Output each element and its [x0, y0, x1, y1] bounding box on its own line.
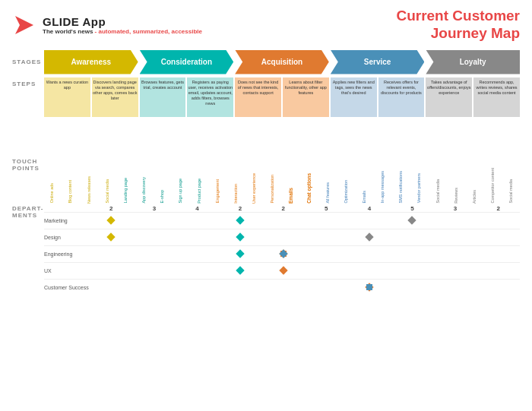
- stages-arrows: Awareness Consideration Acquisition Serv…: [44, 50, 520, 74]
- counts-area: 2342254532: [90, 205, 520, 212]
- dept-row-label-3: UX: [44, 268, 90, 273]
- tp-inapp: In-app messages: [375, 171, 391, 203]
- diamond-marker: [279, 249, 287, 258]
- tp-emails-2: Emails: [356, 191, 373, 204]
- tp-social-media-2: Social media: [429, 179, 446, 204]
- step-6: Learns about filter functionality, other…: [283, 77, 329, 117]
- step-9: Takes advantage of offers/discounts, enj…: [426, 77, 472, 117]
- count-col-4: 2: [261, 205, 305, 212]
- dept-diamonds-2: [90, 245, 520, 262]
- touch-label: TOUCH POINTS: [12, 120, 44, 172]
- dept-row-label-2: Engineering: [44, 251, 90, 257]
- dept-row-3: UX: [44, 262, 520, 279]
- step-4: Registers as paying user, receives activ…: [187, 77, 233, 117]
- touch-points-row: Online ads Blog content News releases So…: [44, 120, 520, 204]
- dept-rows-area: 2342254532 MarketingDesignEngineeringUXC…: [44, 205, 520, 296]
- stage-service: Service: [331, 50, 425, 74]
- tp-interaction: Interaction: [228, 184, 245, 204]
- tp-eshop: E-shop: [154, 190, 171, 203]
- tp-product: Product page: [191, 179, 207, 204]
- step-10: Recommends app, writes reviews, shares s…: [473, 77, 520, 117]
- diamond-marker: [236, 266, 244, 274]
- step-3: Browses features, gets trial, creates ac…: [140, 77, 186, 117]
- stages-label: STAGES: [12, 58, 44, 65]
- logo-text: GLIDE App The world's news - automated, …: [43, 15, 202, 35]
- stage-loyalty: Loyalty: [426, 50, 520, 74]
- count-col-5: 5: [305, 205, 348, 212]
- logo-area: GLIDE App The world's news - automated, …: [12, 13, 202, 37]
- dept-row-label-4: Customer Success: [44, 285, 90, 290]
- dept-row-0: Marketing: [44, 212, 520, 229]
- tp-competitor: Competitor content: [485, 168, 502, 203]
- count-col-0: 2: [90, 205, 133, 212]
- tp-online-ads: Online ads: [44, 183, 61, 203]
- dept-row-label-1: Design: [44, 235, 90, 240]
- tp-news-releases: News releases: [81, 176, 97, 204]
- tp-social-media-3: Social media: [503, 179, 520, 204]
- tp-emails-1: Emails: [283, 188, 299, 204]
- departments-section: DEPART-MENTS 2342254532 MarketingDesignE…: [0, 204, 532, 296]
- dept-row-2: Engineering: [44, 245, 520, 262]
- dept-diamonds-1: [90, 229, 520, 245]
- header: GLIDE App The world's news - automated, …: [0, 0, 532, 47]
- step-7: Applies new filters and tags, sees the n…: [331, 77, 377, 117]
- steps-label: STEPS: [12, 77, 44, 87]
- counts-row: 2342254532: [44, 205, 520, 212]
- tp-user-exp: User experience: [246, 173, 263, 204]
- diamond-marker: [279, 266, 287, 274]
- count-col-2: 4: [176, 205, 219, 212]
- diamond-marker: [236, 249, 244, 258]
- count-col-8: 3: [434, 205, 477, 212]
- diamond-marker: [236, 216, 244, 224]
- count-col-6: 4: [348, 205, 391, 212]
- tp-all-features: All features: [319, 182, 336, 204]
- stage-acquisition: Acquisition: [235, 50, 329, 74]
- tp-blog-content: Blog content: [62, 180, 79, 204]
- step-1: Wants a news curation app: [44, 77, 90, 117]
- count-col-7: 5: [391, 205, 434, 212]
- logo-title: GLIDE App: [43, 15, 202, 28]
- steps-section: STEPS Wants a news curation app Discover…: [0, 74, 532, 117]
- touch-section: TOUCH POINTS Online ads Blog content New…: [0, 117, 532, 204]
- step-5: Does not see the kind of news that inter…: [235, 77, 281, 117]
- diamond-marker: [236, 232, 244, 241]
- stage-consideration: Consideration: [140, 50, 234, 74]
- diamond-marker: [366, 284, 372, 290]
- touch-points-container: Online ads Blog content News releases So…: [44, 120, 520, 204]
- tp-signup: Sign up page: [173, 179, 189, 203]
- tp-articles: Articles: [467, 190, 483, 204]
- dept-diamonds-0: [90, 212, 520, 229]
- tp-optimization: Optimization: [338, 180, 355, 204]
- count-col-9: 2: [477, 205, 520, 212]
- diamond-marker: [365, 283, 373, 291]
- count-col-1: 3: [133, 205, 176, 212]
- dept-diamonds-3: [90, 262, 520, 279]
- tp-personalization: Personalization: [264, 175, 281, 204]
- tp-sms: SMS notifications: [393, 171, 410, 204]
- count-col-3: 2: [219, 205, 262, 212]
- dept-row-4: Customer Success: [44, 279, 520, 296]
- svg-marker-0: [15, 16, 33, 34]
- diamond-marker: [107, 232, 116, 241]
- step-8: Receives offers for relevant events, dis…: [378, 77, 425, 117]
- stages-row: STAGES Awareness Consideration Acquisiti…: [0, 50, 532, 74]
- diamond-marker: [107, 216, 116, 224]
- dept-title: DEPART-MENTS: [12, 205, 44, 219]
- page-title: Current Customer Journey Map: [396, 8, 520, 43]
- tp-landing-page: Landing page: [118, 178, 135, 203]
- steps-cells: Wants a news curation app Discovers land…: [44, 77, 520, 117]
- diamond-marker: [408, 216, 416, 224]
- dept-left: DEPART-MENTS: [12, 205, 44, 296]
- dept-row-1: Design: [44, 229, 520, 245]
- logo-tagline: The world's news - automated, summarized…: [43, 28, 202, 35]
- diamond-marker: [280, 251, 287, 257]
- tp-vendor: Vendor partners: [411, 173, 428, 203]
- diamond-marker: [365, 232, 373, 241]
- tp-chat-options: Chat options: [301, 173, 318, 204]
- diamond-marker: [279, 249, 287, 258]
- dept-row-label-0: Marketing: [44, 218, 90, 223]
- tp-social-media-1: Social media: [99, 179, 116, 204]
- dept-diamonds-4: [90, 279, 520, 296]
- step-2: Discovers landing page via search, compa…: [92, 77, 138, 117]
- tp-app-discovery: App discovery: [136, 177, 153, 204]
